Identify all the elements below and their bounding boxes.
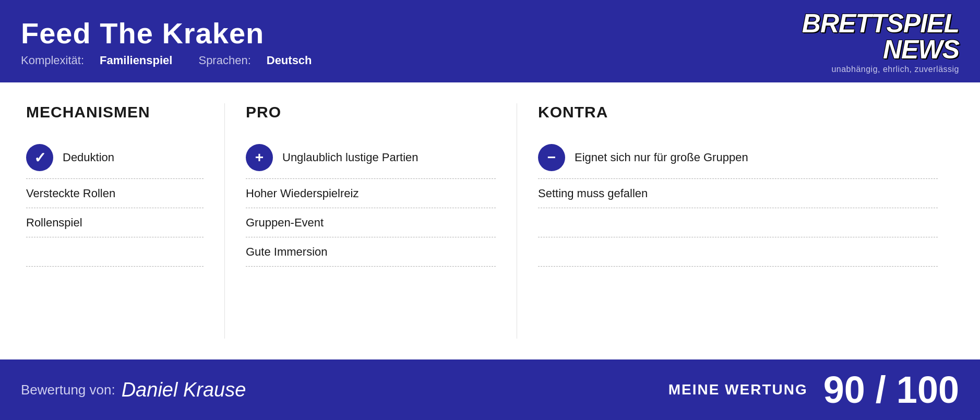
item-text: Eignet sich nur für große Gruppen xyxy=(575,151,748,164)
item-text: Setting muss gefallen xyxy=(538,187,648,200)
brand-line1: BRETTSPIEL xyxy=(802,10,959,37)
list-item: Gruppen-Event xyxy=(246,208,496,237)
item-text: Deduktion xyxy=(63,151,114,164)
header: Feed The Kraken Komplexität: Familienspi… xyxy=(0,0,980,82)
item-text: Gruppen-Event xyxy=(246,216,324,230)
list-item: Unglaublich lustige Partien xyxy=(246,137,496,179)
item-text: Versteckte Rollen xyxy=(26,187,115,200)
check-icon xyxy=(26,144,53,171)
list-item: Rollenspiel xyxy=(26,208,204,237)
list-item: Eignet sich nur für große Gruppen xyxy=(538,137,938,179)
mechanismen-column: MECHANISMEN Deduktion Versteckte Rollen … xyxy=(26,103,224,339)
footer: Bewertung von: Daniel Krause MEINE WERTU… xyxy=(0,359,980,420)
pro-column: PRO Unglaublich lustige Partien Hoher Wi… xyxy=(224,103,517,339)
item-text: Unglaublich lustige Partien xyxy=(282,151,419,164)
bewertung-label: Bewertung von: xyxy=(21,382,115,398)
komplexitaet-label: Komplexität: xyxy=(21,54,84,67)
sprachen-value: Deutsch xyxy=(267,54,312,67)
komplexitaet-value: Familienspiel xyxy=(100,54,172,67)
author-name: Daniel Krause xyxy=(122,379,246,401)
wertung-value: 90 / 100 xyxy=(823,371,959,409)
columns-row: MECHANISMEN Deduktion Versteckte Rollen … xyxy=(26,103,954,339)
sprachen-label: Sprachen: xyxy=(198,54,250,67)
footer-left: Bewertung von: Daniel Krause xyxy=(21,379,246,401)
main-content: MECHANISMEN Deduktion Versteckte Rollen … xyxy=(0,82,980,359)
list-item: Versteckte Rollen xyxy=(26,179,204,208)
wertung-label: MEINE WERTUNG xyxy=(668,381,808,398)
mechanismen-heading: MECHANISMEN xyxy=(26,103,204,121)
plus-icon xyxy=(246,144,273,171)
header-left: Feed The Kraken Komplexität: Familienspi… xyxy=(21,17,312,67)
list-item xyxy=(26,237,204,267)
kontra-column: KONTRA Eignet sich nur für große Gruppen… xyxy=(517,103,954,339)
list-item: Setting muss gefallen xyxy=(538,179,938,208)
pro-heading: PRO xyxy=(246,103,496,121)
brand-logo-area: BRETTSPIEL NEWS unabhängig, ehrlich, zuv… xyxy=(802,10,959,74)
brand-logo: BRETTSPIEL NEWS xyxy=(802,10,959,63)
footer-right: MEINE WERTUNG 90 / 100 xyxy=(668,371,959,409)
minus-icon xyxy=(538,144,565,171)
kontra-heading: KONTRA xyxy=(538,103,938,121)
list-item: Gute Immersion xyxy=(246,237,496,267)
item-text: Gute Immersion xyxy=(246,245,328,259)
list-item: Hoher Wiederspielreiz xyxy=(246,179,496,208)
item-text: Rollenspiel xyxy=(26,216,82,230)
brand-line2: NEWS xyxy=(802,37,959,63)
header-meta: Komplexität: Familienspiel Sprachen: Deu… xyxy=(21,54,312,67)
item-text: Hoher Wiederspielreiz xyxy=(246,187,358,200)
list-item xyxy=(538,237,938,267)
list-item xyxy=(538,208,938,237)
brand-tagline: unabhängig, ehrlich, zuverlässig xyxy=(831,65,959,74)
game-title: Feed The Kraken xyxy=(21,17,312,50)
list-item: Deduktion xyxy=(26,137,204,179)
